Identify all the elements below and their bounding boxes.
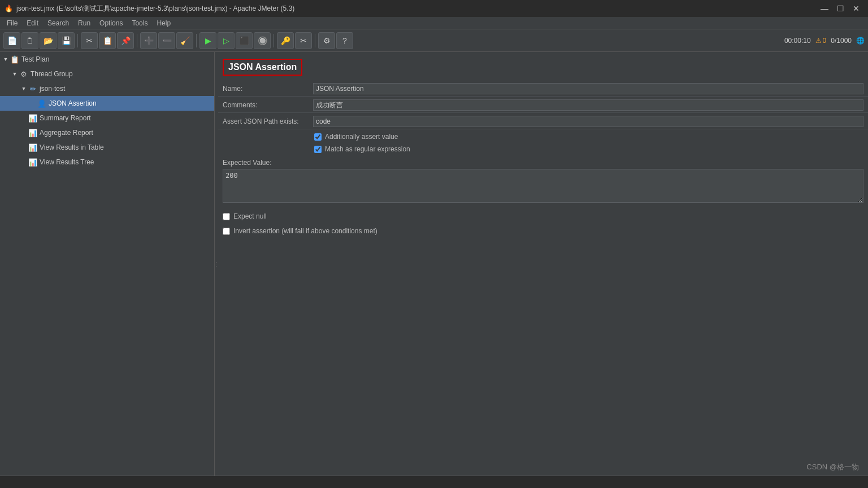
- toolbar-help[interactable]: ?: [336, 32, 353, 49]
- comments-row: Comments:: [218, 98, 868, 113]
- toolbar-sep-4: [274, 34, 274, 47]
- label-view-results-table: View Results in Table: [40, 143, 104, 151]
- status-bar: [0, 476, 868, 488]
- arrow-aggregate-report: [20, 129, 27, 136]
- toolbar-sep-5: [315, 34, 315, 47]
- window-title: json-test.jmx (E:\softs\测试工具\apache-jmet…: [16, 4, 294, 14]
- toolbar-shutdown[interactable]: 🔘: [254, 32, 271, 49]
- label-view-results-tree: View Results Tree: [40, 158, 94, 166]
- toolbar-warning: ⚠ 0: [815, 37, 827, 45]
- menu-file[interactable]: File: [2, 18, 22, 28]
- toolbar-run[interactable]: ▶: [199, 32, 216, 49]
- sidebar: ▼ 📋 Test Plan ▼ ⚙ Thread Group ▼ ✏ json-…: [0, 52, 215, 476]
- title-bar-left: 🔥 json-test.jmx (E:\softs\测试工具\apache-jm…: [5, 4, 294, 14]
- sidebar-item-summary-report[interactable]: 📊 Summary Report: [0, 111, 214, 125]
- sidebar-item-view-results-table[interactable]: 📊 View Results in Table: [0, 140, 214, 155]
- json-path-label: Assert JSON Path exists:: [223, 117, 313, 125]
- close-button[interactable]: ✕: [849, 1, 863, 16]
- toolbar-save[interactable]: 💾: [58, 32, 75, 49]
- sidebar-item-json-assertion[interactable]: 👤 JSON Assertion: [0, 96, 214, 111]
- toolbar-stop[interactable]: ⬛: [236, 32, 253, 49]
- content-area: JSON Assertion Name: Comments: Assert JS…: [218, 52, 868, 476]
- title-bar: 🔥 json-test.jmx (E:\softs\测试工具\apache-jm…: [0, 0, 868, 17]
- toolbar-add[interactable]: ➕: [140, 32, 157, 49]
- toolbar-right: 00:00:10 ⚠ 0 0/1000 🌐: [784, 37, 865, 45]
- additionally-assert-checkbox[interactable]: [314, 133, 322, 141]
- invert-assertion-checkbox[interactable]: [223, 228, 230, 235]
- arrow-thread-group: ▼: [11, 71, 18, 77]
- toolbar-copy[interactable]: 📋: [99, 32, 116, 49]
- invert-assertion-label[interactable]: Invert assertion (will fail if above con…: [233, 227, 377, 235]
- maximize-button[interactable]: ☐: [833, 1, 848, 16]
- toolbar-sep-1: [77, 34, 78, 47]
- main-layout: ▼ 📋 Test Plan ▼ ⚙ Thread Group ▼ ✏ json-…: [0, 52, 868, 476]
- sidebar-item-thread-group[interactable]: ▼ ⚙ Thread Group: [0, 67, 214, 81]
- expected-value-label: Expected Value:: [218, 155, 868, 168]
- icon-view-results-table: 📊: [28, 143, 37, 152]
- match-regex-checkbox[interactable]: [314, 146, 322, 153]
- label-summary-report: Summary Report: [40, 114, 91, 122]
- icon-thread-group: ⚙: [19, 69, 28, 79]
- sidebar-item-json-test[interactable]: ▼ ✏ json-test: [0, 81, 214, 96]
- toolbar-cut[interactable]: ✂: [81, 32, 98, 49]
- sidebar-item-test-plan[interactable]: ▼ 📋 Test Plan: [0, 52, 214, 67]
- watermark: CSDN @格一物: [806, 462, 859, 472]
- arrow-json-assertion: [29, 100, 36, 107]
- toolbar-sep-2: [137, 34, 137, 47]
- label-thread-group: Thread Group: [31, 70, 73, 78]
- toolbar-remove[interactable]: ➖: [158, 32, 175, 49]
- name-input[interactable]: [313, 83, 863, 94]
- toolbar-open[interactable]: 📂: [40, 32, 57, 49]
- arrow-test-plan: ▼: [2, 56, 9, 63]
- menu-edit[interactable]: Edit: [22, 18, 43, 28]
- comments-input[interactable]: [313, 99, 863, 111]
- json-path-input[interactable]: [313, 116, 863, 127]
- additionally-assert-row: Additionally assert value: [218, 130, 868, 143]
- expected-value-textarea[interactable]: 200: [223, 169, 863, 203]
- toolbar-time: 00:00:10: [784, 37, 811, 45]
- toolbar-clear[interactable]: 🧹: [176, 32, 193, 49]
- expect-null-row: Expect null: [218, 210, 868, 223]
- app-icon: 🔥: [5, 5, 13, 12]
- toolbar-scissors[interactable]: ✂: [295, 32, 312, 49]
- icon-aggregate-report: 📊: [28, 128, 37, 137]
- toolbar-paste[interactable]: 📌: [117, 32, 134, 49]
- toolbar-templates[interactable]: 🗒: [21, 32, 38, 49]
- additionally-assert-label[interactable]: Additionally assert value: [325, 133, 398, 141]
- sidebar-item-aggregate-report[interactable]: 📊 Aggregate Report: [0, 125, 214, 140]
- name-row: Name:: [218, 81, 868, 97]
- icon-json-assertion: 👤: [37, 99, 46, 108]
- json-path-row: Assert JSON Path exists:: [218, 114, 868, 129]
- sidebar-item-view-results-tree[interactable]: 📊 View Results Tree: [0, 155, 214, 169]
- toolbar-run-no-pause[interactable]: ▷: [218, 32, 235, 49]
- menu-search[interactable]: Search: [43, 18, 73, 28]
- menu-run[interactable]: Run: [73, 18, 95, 28]
- expect-null-label[interactable]: Expect null: [233, 212, 267, 220]
- minimize-button[interactable]: —: [817, 1, 832, 16]
- icon-test-plan: 📋: [10, 55, 19, 64]
- toolbar-function[interactable]: ⚙: [318, 32, 335, 49]
- toolbar-ssl[interactable]: 🔑: [277, 32, 294, 49]
- warning-icon: ⚠: [815, 37, 822, 45]
- menu-help[interactable]: Help: [152, 18, 175, 28]
- panel-title: JSON Assertion: [223, 59, 302, 76]
- toolbar-new[interactable]: 📄: [3, 32, 20, 49]
- menu-options[interactable]: Options: [95, 18, 127, 28]
- icon-json-test: ✏: [28, 84, 37, 93]
- label-json-test: json-test: [40, 85, 65, 93]
- label-json-assertion: JSON Assertion: [49, 99, 97, 107]
- menu-bar: File Edit Search Run Options Tools Help: [0, 17, 868, 29]
- match-regex-label[interactable]: Match as regular expression: [325, 145, 410, 153]
- expect-null-checkbox[interactable]: [223, 213, 230, 220]
- arrow-summary-report: [20, 115, 27, 121]
- toolbar: 📄 🗒 📂 💾 ✂ 📋 📌 ➕ ➖ 🧹 ▶ ▷ ⬛ 🔘 🔑 ✂ ⚙ ? 00:0…: [0, 29, 868, 52]
- icon-summary-report: 📊: [28, 114, 37, 123]
- menu-tools[interactable]: Tools: [127, 18, 152, 28]
- warning-count: 0: [823, 37, 827, 45]
- icon-view-results-tree: 📊: [28, 158, 37, 167]
- label-test-plan: Test Plan: [21, 55, 49, 63]
- comments-label: Comments:: [223, 101, 313, 109]
- title-bar-controls: — ☐ ✕: [817, 1, 863, 16]
- invert-assertion-row: Invert assertion (will fail if above con…: [218, 225, 868, 237]
- arrow-json-test: ▼: [20, 85, 27, 92]
